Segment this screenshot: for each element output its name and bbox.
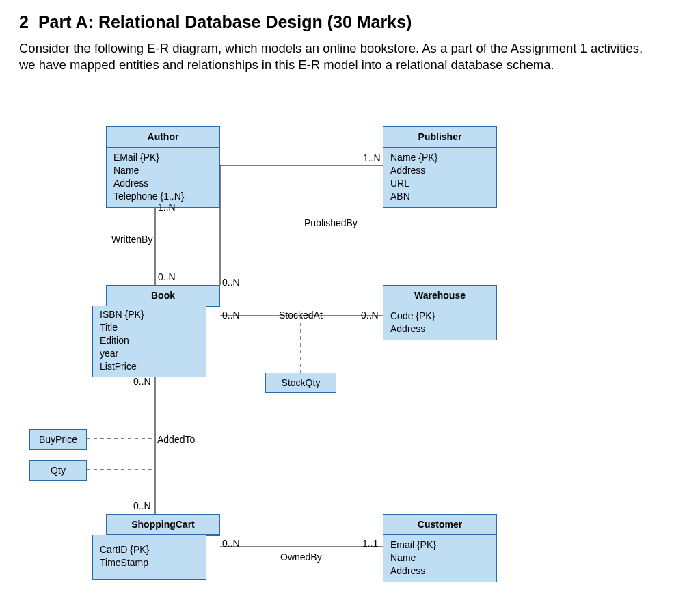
attr-qty: Qty: [29, 460, 87, 481]
entity-publisher-attrs: Name {PK} Address URL ABN: [383, 148, 496, 207]
entity-customer-title: Customer: [383, 515, 496, 535]
card-warehouse-left: 0..N: [361, 310, 379, 321]
card-author-bottom: 1..N: [158, 202, 176, 213]
attr-buyprice: BuyPrice: [29, 429, 87, 450]
section-heading: 2Part A: Relational Database Design (30 …: [0, 0, 700, 38]
entity-author-title: Author: [107, 127, 219, 148]
entity-book-title: Book: [107, 286, 219, 306]
entity-warehouse-attrs: Code {PK} Address: [383, 306, 496, 340]
rel-addedto: AddedTo: [157, 434, 195, 445]
card-book-right-mid: 0..N: [222, 310, 240, 321]
intro-paragraph: Consider the following E-R diagram, whic…: [0, 38, 700, 73]
entity-warehouse-title: Warehouse: [383, 286, 496, 306]
rel-writtenby: WrittenBy: [111, 234, 152, 245]
entity-publisher-title: Publisher: [383, 127, 496, 148]
attr-stockqty: StockQty: [265, 373, 336, 393]
entity-shoppingcart-attrs: CartID {PK} TimeStamp: [93, 535, 206, 579]
entity-shoppingcart-body: CartID {PK} TimeStamp: [92, 535, 206, 580]
entity-customer-attrs: Email {PK} Name Address: [383, 535, 496, 582]
card-cart-right: 0..N: [222, 538, 240, 549]
entity-shoppingcart-title: ShoppingCart: [107, 515, 219, 535]
card-book-top: 0..N: [158, 271, 176, 282]
entity-book-body: ISBN {PK} Title Edition year ListPrice: [92, 306, 206, 377]
section-number: 2: [19, 12, 29, 31]
card-publisher-left: 1..N: [363, 152, 381, 163]
rel-stockedat: StockedAt: [279, 310, 323, 321]
entity-customer: Customer Email {PK} Name Address: [383, 514, 497, 582]
card-cart-top: 0..N: [133, 500, 151, 511]
card-customer-left: 1..1: [362, 538, 378, 549]
entity-shoppingcart: ShoppingCart: [106, 514, 220, 536]
rel-ownedby: OwnedBy: [280, 552, 322, 563]
rel-publishedby: PublishedBy: [304, 217, 358, 228]
entity-author: Author EMail {PK} Name Address Telephone…: [106, 126, 220, 208]
entity-warehouse: Warehouse Code {PK} Address: [383, 285, 497, 340]
entity-author-attrs: EMail {PK} Name Address Telephone {1..N}: [107, 148, 219, 207]
entity-book: Book: [106, 285, 220, 307]
entity-book-attrs: ISBN {PK} Title Edition year ListPrice: [93, 306, 206, 377]
card-book-bottom: 0..N: [133, 376, 151, 387]
card-book-right-top: 0..N: [222, 277, 240, 288]
entity-publisher: Publisher Name {PK} Address URL ABN: [383, 126, 497, 208]
er-diagram: Author EMail {PK} Name Address Telephone…: [0, 116, 700, 609]
section-title: Part A: Relational Database Design (30 M…: [38, 12, 412, 31]
